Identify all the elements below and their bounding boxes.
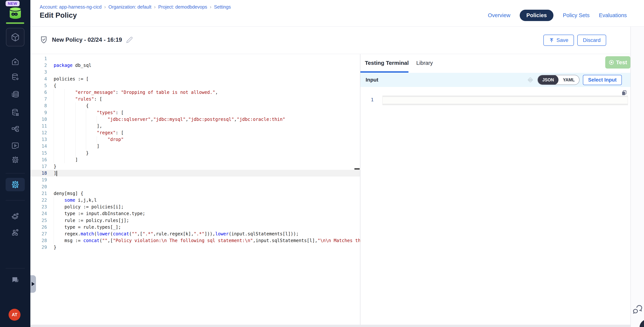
code-line[interactable]: 8{ — [30, 102, 360, 109]
edit-pencil-icon[interactable] — [126, 36, 133, 43]
indent-guide — [54, 197, 64, 204]
code-line[interactable]: 21deny[msg] { — [30, 190, 360, 197]
indent-guide — [54, 224, 64, 231]
tab-library[interactable]: Library — [416, 60, 433, 66]
breadcrumb-item[interactable]: Project: demodbdevops — [158, 4, 207, 10]
user-avatar[interactable]: AT — [8, 309, 20, 321]
code-line[interactable]: 6"error_message": "Dropping of table is … — [30, 89, 360, 96]
input-current-line[interactable] — [382, 95, 628, 105]
code-line[interactable]: 26type = rule.types[_]; — [30, 224, 360, 231]
breadcrumb-item[interactable]: Settings — [214, 4, 231, 10]
code-line[interactable]: 23policy := policies[i]; — [30, 204, 360, 210]
svg-text:?: ? — [14, 277, 16, 281]
code-line[interactable]: 25rule := policy.rules[j]; — [30, 217, 360, 224]
code-line[interactable]: 27regex.match(lower(concat("",[".*",rule… — [30, 231, 360, 237]
line-number: 24 — [30, 210, 47, 217]
code-line[interactable]: 12"regex": [ — [30, 129, 360, 136]
indent-guide — [64, 96, 75, 102]
tab-overview[interactable]: Overview — [488, 10, 510, 21]
policy-code-editor[interactable]: 12package db_sql34policies := [5{6"error… — [30, 54, 360, 325]
sidebar-item-module-settings[interactable] — [0, 155, 30, 165]
format-option-yaml[interactable]: YAML — [558, 75, 579, 85]
code-line[interactable]: 13"drop" — [30, 136, 360, 143]
horizontal-scrollbar[interactable] — [30, 325, 630, 327]
indent-guide — [54, 96, 64, 102]
code-line[interactable]: 11], — [30, 123, 360, 129]
policy-toolbar: New Policy - 02/24 - 16:19 Save Discard — [30, 27, 630, 54]
sidebar-item-db-config[interactable] — [0, 72, 30, 82]
line-number: 16 — [30, 156, 47, 163]
sidebar-item-db-instances[interactable] — [0, 89, 30, 99]
line-number: 6 — [30, 89, 47, 96]
indent-guide — [64, 102, 75, 109]
code-line[interactable]: 19 — [30, 177, 360, 183]
breadcrumb-item[interactable]: Account: app-harness-ng-cicd — [40, 4, 102, 10]
layers-gear-icon — [11, 212, 20, 221]
format-toggle[interactable]: JSONYAML — [538, 75, 580, 85]
code-line[interactable]: 29} — [30, 244, 360, 251]
sidebar-item-db-schemas[interactable] — [0, 108, 30, 117]
sidebar-item-help[interactable]: ? — [0, 275, 30, 285]
indent-guide — [64, 109, 75, 116]
indent-guide — [75, 150, 86, 156]
breadcrumb: Account: app-harness-ng-cicd›Organizatio… — [40, 4, 231, 10]
code-line[interactable]: 7"rules": [ — [30, 96, 360, 102]
content-right-border — [630, 0, 631, 327]
test-input-editor[interactable]: 1 — [360, 95, 630, 105]
line-number: 9 — [30, 109, 47, 116]
code-line[interactable]: 24type := input.dbInstance.type; — [30, 210, 360, 217]
database-stack-icon — [11, 90, 20, 98]
tab-policy-sets[interactable]: Policy Sets — [563, 10, 590, 21]
tab-evaluations[interactable]: Evaluations — [599, 10, 627, 21]
discard-button[interactable]: Discard — [577, 35, 606, 46]
code-line[interactable]: 28msg := concat("",["Policy violation:\n… — [30, 237, 360, 244]
indent-guide — [97, 136, 108, 143]
breadcrumb-item[interactable]: Organization: default — [108, 4, 152, 10]
save-button[interactable]: Save — [544, 35, 574, 46]
code-line[interactable]: 22some i,j,k,l — [30, 197, 360, 204]
indent-guide — [54, 129, 64, 136]
format-option-json[interactable]: JSON — [538, 75, 558, 85]
indent-guide — [75, 102, 86, 109]
indent-guide — [54, 109, 64, 116]
sidebar-item-infrastructure[interactable] — [0, 228, 30, 237]
sidebar-item-pipelines[interactable] — [0, 124, 30, 134]
chat-widget-button[interactable] — [640, 319, 644, 327]
sidebar-item-executions[interactable] — [0, 141, 30, 150]
sidebar-expand-handle[interactable] — [30, 275, 36, 293]
editor-panel-divider[interactable] — [360, 54, 360, 325]
select-input-button[interactable]: Select Input — [583, 75, 622, 85]
database-gear-icon — [11, 73, 20, 81]
code-line[interactable]: 16] — [30, 156, 360, 163]
code-line[interactable]: 10"jdbc:sqlserver","jdbc:mysql","jdbc:po… — [30, 116, 360, 123]
sidebar-item-settings-active[interactable] — [6, 178, 25, 191]
policy-nav-tabs: OverviewPoliciesPolicy SetsEvaluations — [488, 10, 627, 21]
module-selector[interactable] — [6, 28, 24, 46]
sidebar-item-home[interactable] — [0, 57, 30, 66]
code-line[interactable]: 18] — [30, 170, 360, 177]
code-line[interactable]: 4policies := [ — [30, 76, 360, 82]
chat-bubbles-icon[interactable] — [632, 305, 643, 317]
code-line[interactable]: 14] — [30, 143, 360, 150]
harness-dbdevops-logo-icon[interactable] — [8, 7, 22, 20]
indent-guide — [64, 89, 75, 96]
line-number: 28 — [30, 237, 47, 244]
sidebar-item-environments[interactable] — [0, 211, 30, 221]
code-line[interactable]: 2package db_sql — [30, 62, 360, 69]
code-diamond-icon[interactable]: </> — [526, 76, 534, 84]
code-line[interactable]: 5{ — [30, 82, 360, 89]
code-line[interactable]: 1 — [30, 55, 360, 62]
code-line[interactable]: 9"types": [ — [30, 109, 360, 116]
tab-testing-terminal[interactable]: Testing Terminal — [365, 60, 409, 66]
code-line[interactable]: 17} — [30, 163, 360, 170]
test-button[interactable]: Test — [605, 56, 630, 68]
code-line[interactable]: 15} — [30, 150, 360, 156]
indent-guide — [64, 150, 75, 156]
line-number: 25 — [30, 217, 47, 224]
tab-policies[interactable]: Policies — [520, 10, 554, 21]
left-nav-rail: NEW — [0, 0, 30, 327]
sidebar-divider — [6, 173, 25, 173]
code-line[interactable]: 20 — [30, 183, 360, 190]
line-number: 17 — [30, 163, 47, 170]
code-line[interactable]: 3 — [30, 69, 360, 75]
